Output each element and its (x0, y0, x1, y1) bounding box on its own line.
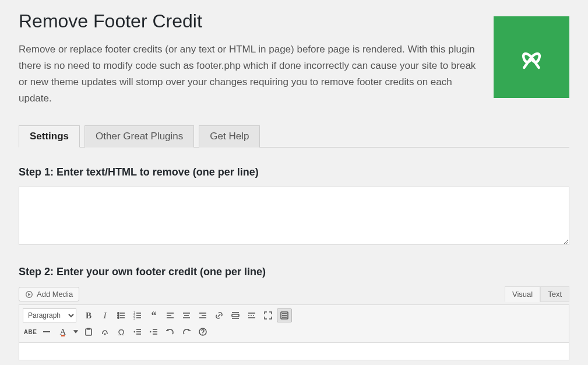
toolbar-toggle-icon[interactable] (277, 308, 292, 322)
tab-other-plugins[interactable]: Other Great Plugins (84, 125, 194, 148)
step2-editor-body[interactable] (19, 343, 569, 360)
fullscreen-icon[interactable] (260, 308, 276, 322)
number-list-icon[interactable]: 123 (130, 308, 145, 322)
paste-text-icon[interactable] (81, 325, 96, 339)
media-icon (25, 290, 33, 299)
page-title: Remove Footer Credit (19, 10, 480, 32)
help-icon[interactable] (195, 325, 210, 339)
step1-title: Step 1: Enter text/HTML to remove (one p… (19, 166, 569, 178)
format-select[interactable]: Paragraph (23, 308, 76, 322)
hr-icon[interactable] (39, 325, 54, 339)
svg-point-5 (118, 317, 119, 318)
main-tabs: Settings Other Great Plugins Get Help (19, 125, 569, 148)
svg-point-37 (104, 334, 106, 335)
redo-icon[interactable] (179, 325, 194, 339)
svg-rect-35 (86, 329, 91, 335)
ribbon-icon (516, 41, 547, 73)
unlink-icon[interactable] (228, 308, 243, 322)
tab-get-help[interactable]: Get Help (199, 125, 260, 148)
align-right-icon[interactable] (195, 308, 210, 322)
page-description: Remove or replace footer credits (or any… (19, 41, 480, 107)
bold-icon[interactable]: B (81, 308, 96, 322)
read-more-icon[interactable] (244, 308, 259, 322)
clear-format-icon[interactable] (97, 325, 112, 339)
bullet-list-icon[interactable] (114, 308, 129, 322)
mode-tab-visual[interactable]: Visual (505, 286, 540, 302)
svg-point-4 (118, 315, 119, 316)
wysiwyg-editor: Add Media Visual Text Paragraph B I 123 … (19, 286, 569, 360)
special-char-icon[interactable]: Ω (114, 325, 129, 339)
svg-rect-36 (87, 328, 90, 330)
plugin-logo (494, 16, 569, 98)
align-left-icon[interactable] (163, 308, 178, 322)
svg-text:3: 3 (133, 317, 135, 320)
svg-rect-24 (232, 314, 239, 317)
editor-toolbar: Paragraph B I 123 “ ABE A Ω (19, 304, 569, 343)
undo-icon[interactable] (163, 325, 178, 339)
add-media-label: Add Media (37, 290, 73, 299)
strikethrough-icon[interactable]: ABE (23, 325, 38, 339)
outdent-icon[interactable] (130, 325, 145, 339)
text-color-icon[interactable]: A (55, 325, 71, 339)
link-icon[interactable] (212, 308, 227, 322)
mode-tab-text[interactable]: Text (540, 286, 569, 302)
step1-textarea[interactable] (19, 187, 569, 245)
align-center-icon[interactable] (179, 308, 194, 322)
svg-point-3 (118, 313, 119, 314)
indent-icon[interactable] (146, 325, 161, 339)
step2-title: Step 2: Enter your own footer credit (on… (19, 266, 569, 278)
add-media-button[interactable]: Add Media (19, 287, 79, 301)
italic-icon[interactable]: I (97, 308, 112, 322)
blockquote-icon[interactable]: “ (146, 308, 161, 322)
svg-point-45 (202, 334, 203, 335)
tab-settings[interactable]: Settings (19, 125, 80, 148)
text-color-dropdown-icon[interactable] (72, 325, 80, 339)
